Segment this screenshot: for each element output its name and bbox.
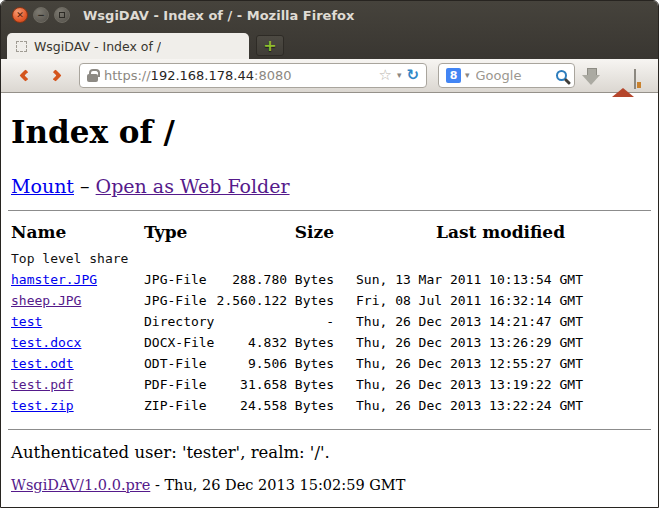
close-button[interactable]: ✕ [12, 7, 28, 23]
url-text[interactable]: https://192.168.178.44:8080 [104, 68, 291, 83]
url-bar[interactable]: https://192.168.178.44:8080 ☆ ▾ ↻ [79, 63, 427, 88]
cell-type: JPG-File [144, 269, 207, 290]
cell-type: JPG-File [144, 290, 207, 311]
cell-modified: Fri, 08 Jul 2011 16:32:14 GMT [356, 290, 583, 311]
search-engine-dropdown-icon[interactable]: ▾ [465, 71, 470, 80]
url-host: 192.168.178.44 [151, 68, 254, 83]
header-name: Name [11, 221, 144, 243]
url-scheme: https:// [104, 68, 151, 83]
window-title: WsgiDAV - Index of / - Mozilla Firefox [83, 8, 354, 23]
divider-top [8, 210, 651, 211]
table-row: sheep.JPG JPG-File2.560.122 Bytes Fri, 0… [11, 290, 648, 311]
maximize-icon [59, 12, 65, 18]
search-box[interactable]: 8 ▾ [438, 63, 575, 88]
auth-status-line: Authenticated user: 'tester', realm: '/'… [11, 443, 648, 462]
header-type: Type [144, 221, 187, 243]
url-port: :8080 [254, 68, 291, 83]
wsgidav-version-link[interactable]: WsgiDAV/1.0.0.pre [11, 477, 150, 493]
file-link[interactable]: test.odt [11, 356, 74, 371]
maximize-button[interactable] [54, 7, 70, 23]
page-title: Index of / [11, 114, 648, 150]
file-link[interactable]: test.pdf [11, 377, 74, 392]
table-row: hamster.JPG JPG-File288.780 Bytes Sun, 1… [11, 269, 648, 290]
home-icon [612, 69, 634, 86]
directory-link[interactable]: test [11, 314, 42, 329]
forward-button[interactable] [40, 71, 70, 80]
cell-size: 9.506 Bytes [248, 353, 334, 374]
header-size: Size [295, 221, 334, 243]
plus-icon: + [263, 36, 276, 55]
cell-size: 2.560.122 Bytes [217, 290, 334, 311]
file-link[interactable]: sheep.JPG [11, 293, 81, 308]
open-as-web-folder-link[interactable]: Open as Web Folder [96, 175, 290, 197]
cell-modified: Thu, 26 Dec 2013 13:19:22 GMT [356, 374, 583, 395]
cell-modified: Thu, 26 Dec 2013 12:55:27 GMT [356, 353, 583, 374]
cell-type: DOCX-File [144, 332, 214, 353]
tab-bar: WsgiDAV - Index of / + [1, 29, 658, 59]
firefox-window: ✕ − WsgiDAV - Index of / - Mozilla Firef… [0, 0, 659, 508]
table-row: test Directory- Thu, 26 Dec 2013 14:21:4… [11, 311, 648, 332]
cell-modified: Thu, 26 Dec 2013 13:26:29 GMT [356, 332, 583, 353]
table-row: test.odt ODT-File9.506 Bytes Thu, 26 Dec… [11, 353, 648, 374]
new-tab-button[interactable]: + [256, 35, 284, 56]
url-bar-actions: ☆ ▾ ↻ [378, 68, 419, 83]
file-link[interactable]: hamster.JPG [11, 272, 97, 287]
cell-modified: Thu, 26 Dec 2013 14:21:47 GMT [356, 311, 583, 332]
page-content: Index of / Mount – Open as Web Folder Na… [1, 93, 658, 507]
navigation-toolbar: https://192.168.178.44:8080 ☆ ▾ ↻ 8 ▾ [1, 59, 658, 93]
tab-label: WsgiDAV - Index of / [34, 39, 161, 54]
cell-size: 288.780 Bytes [232, 269, 334, 290]
close-icon: ✕ [16, 11, 24, 20]
back-button[interactable] [10, 71, 40, 80]
home-button[interactable] [607, 66, 639, 86]
cell-size: 4.832 Bytes [248, 332, 334, 353]
table-row: test.docx DOCX-File4.832 Bytes Thu, 26 D… [11, 332, 648, 353]
table-row: test.pdf PDF-File31.658 Bytes Thu, 26 De… [11, 374, 648, 395]
minimize-button[interactable]: − [33, 7, 49, 23]
reload-icon[interactable]: ↻ [406, 68, 419, 83]
cell-size: 31.658 Bytes [240, 374, 334, 395]
footer-timestamp: - Thu, 26 Dec 2013 15:02:59 GMT [150, 477, 405, 493]
favicon-placeholder-icon [16, 41, 27, 52]
search-input[interactable] [474, 67, 532, 84]
file-link[interactable]: test.zip [11, 398, 74, 413]
link-separator: – [80, 175, 90, 197]
header-last-modified: Last modified [436, 221, 565, 243]
window-controls: ✕ − [12, 7, 70, 23]
directory-table: Name Type Size Last modified Top level s… [11, 221, 648, 416]
cell-type: ZIP-File [144, 395, 207, 416]
cell-type: Directory [144, 311, 214, 332]
cell-type: ODT-File [144, 353, 207, 374]
top-links: Mount – Open as Web Folder [11, 175, 648, 197]
mount-link[interactable]: Mount [11, 175, 74, 197]
cell-modified: Sun, 13 Mar 2011 10:13:54 GMT [356, 269, 583, 290]
table-caption: Top level share [11, 249, 648, 269]
titlebar[interactable]: ✕ − WsgiDAV - Index of / - Mozilla Firef… [1, 1, 658, 29]
download-arrow-icon [582, 68, 600, 86]
cell-size: - [326, 311, 334, 332]
table-row: test.zip ZIP-File24.558 Bytes Thu, 26 De… [11, 395, 648, 416]
minimize-icon: − [37, 11, 45, 20]
bookmark-star-icon[interactable]: ☆ [378, 68, 391, 83]
file-link[interactable]: test.docx [11, 335, 81, 350]
forward-icon [49, 69, 62, 82]
page-footer: WsgiDAV/1.0.0.pre - Thu, 26 Dec 2013 15:… [11, 477, 648, 493]
downloads-button[interactable] [575, 66, 607, 86]
lock-icon [87, 74, 98, 82]
cell-type: PDF-File [144, 374, 207, 395]
cell-modified: Thu, 26 Dec 2013 13:22:24 GMT [356, 395, 583, 416]
tab-active[interactable]: WsgiDAV - Index of / [7, 33, 249, 59]
divider-bottom [8, 429, 651, 430]
table-header: Name Type Size Last modified [11, 221, 648, 243]
window-chrome: ✕ − WsgiDAV - Index of / - Mozilla Firef… [1, 1, 658, 59]
google-logo-icon[interactable]: 8 [446, 68, 461, 83]
search-magnifier-icon[interactable] [556, 70, 567, 81]
url-dropdown-icon[interactable]: ▾ [397, 71, 402, 80]
cell-size: 24.558 Bytes [240, 395, 334, 416]
back-icon [19, 69, 32, 82]
